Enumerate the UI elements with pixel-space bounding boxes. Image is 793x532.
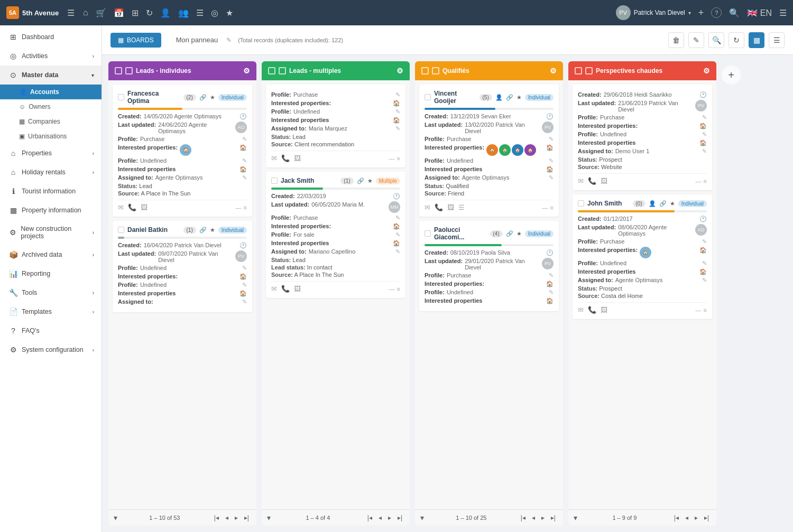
image-icon-john[interactable]: 🖼 [601, 306, 607, 314]
sidebar-item-reporting[interactable]: 📊 Reporting [0, 264, 102, 283]
search-icon[interactable]: 🔍 [729, 8, 740, 18]
refresh-icon[interactable]: ↻ [146, 8, 153, 18]
col-checkbox-ind2[interactable] [125, 67, 133, 74]
col-next-qual[interactable]: ▸ [539, 513, 547, 522]
edit-icon3-daniel[interactable]: ✎ [242, 298, 247, 305]
col-last-ind[interactable]: ▸| [242, 513, 251, 522]
col-prev-ind[interactable]: ◂ [223, 513, 230, 522]
person-icon-vincent[interactable]: 👤 [495, 94, 503, 101]
person-icon-john[interactable]: 👤 [649, 200, 656, 207]
sidebar-item-master-data[interactable]: ⊙ Master data ▾ [0, 66, 102, 85]
star-icon[interactable]: ★ [226, 8, 233, 18]
user-info[interactable]: PV Patrick Van Dievel ▾ [616, 5, 691, 20]
col-checkbox-persp[interactable] [575, 67, 582, 74]
col-prev-persp[interactable]: ◂ [683, 513, 690, 522]
sync-button[interactable]: ↻ [729, 32, 744, 48]
user-icon[interactable]: 👤 [160, 8, 171, 18]
col-footer-expand-qual[interactable]: ▾ [420, 514, 424, 522]
col-checkbox-ind[interactable] [115, 67, 122, 74]
list-icon[interactable]: ☰ [196, 8, 204, 18]
edit-icon-francesca[interactable]: ✎ [242, 136, 247, 143]
phone-icon-francesca[interactable]: 📞 [128, 203, 136, 211]
view-board-button[interactable]: ▦ [749, 32, 764, 48]
star-icon-paolucci[interactable]: ★ [517, 230, 522, 237]
more-dots-vincent[interactable]: —≡ [542, 204, 554, 211]
col-last-qual[interactable]: ▸| [549, 513, 558, 522]
edit-title-icon[interactable]: ✎ [226, 36, 232, 44]
sidebar-item-properties[interactable]: ⌂ Properties › [0, 144, 102, 163]
col-next-persp[interactable]: ▸ [693, 513, 700, 522]
list-icon-vincent[interactable]: ☰ [458, 203, 465, 211]
calendar-icon[interactable]: 📅 [114, 8, 124, 18]
link-icon-jack[interactable]: 🔗 [357, 178, 364, 184]
col-first-qual[interactable]: |◂ [519, 513, 528, 522]
home-icon2-francesca[interactable]: 🏠 [239, 166, 247, 173]
col-footer-expand-mult[interactable]: ▾ [267, 514, 271, 522]
app-logo[interactable]: 5A 5th Avenue [6, 6, 59, 19]
email-icon-vincent[interactable]: ✉ [425, 203, 430, 211]
sidebar-item-archived-data[interactable]: 📦 Archived data › [0, 245, 102, 264]
sidebar-item-new-construction[interactable]: ⚙ New construction projects › [0, 220, 102, 245]
card-checkbox-vincent[interactable] [425, 94, 431, 100]
sidebar-item-tourist-info[interactable]: ℹ Tourist information [0, 182, 102, 201]
star-icon-john[interactable]: ★ [670, 200, 675, 207]
link-icon-vincent[interactable]: 🔗 [506, 94, 513, 101]
search-button[interactable]: 🔍 [708, 32, 724, 48]
edit-icon2-francesca[interactable]: ✎ [242, 157, 247, 164]
card-checkbox-daniel[interactable] [118, 227, 124, 233]
boards-button[interactable]: ▦ BOARDS [110, 33, 161, 48]
user-dropdown-icon[interactable]: ▾ [688, 10, 691, 16]
col-gear-mult[interactable]: ⚙ [396, 67, 403, 75]
col-checkbox-mult2[interactable] [279, 67, 286, 74]
col-gear-ind[interactable]: ⚙ [243, 67, 250, 75]
star-icon-francesca[interactable]: ★ [210, 94, 215, 101]
col-gear-persp[interactable]: ⚙ [703, 67, 710, 75]
sidebar-item-faqs[interactable]: ? FAQ's [0, 321, 102, 340]
plus-icon[interactable]: + [698, 7, 704, 18]
grid-icon[interactable]: ⊞ [132, 8, 139, 18]
more-dots-jack[interactable]: —≡ [389, 286, 400, 292]
more-dots-francesca[interactable]: —≡ [236, 204, 247, 211]
sidebar-item-holiday-rentals[interactable]: ⌂ Holiday rentals › [0, 163, 102, 182]
home-icon-francesca[interactable]: 🏠 [239, 144, 247, 151]
target-icon[interactable]: ◎ [211, 8, 218, 18]
col-first-mult[interactable]: |◂ [365, 513, 374, 522]
phone-icon-john[interactable]: 📞 [588, 306, 596, 314]
add-column-button[interactable]: + [722, 66, 741, 85]
edit-icon2-daniel[interactable]: ✎ [242, 282, 247, 288]
col-first-persp[interactable]: |◂ [672, 513, 681, 522]
col-footer-expand-ind[interactable]: ▾ [114, 514, 117, 522]
more-options-button[interactable]: ☰ [769, 32, 785, 48]
edit-button[interactable]: ✎ [688, 32, 704, 48]
image-icon-heidi[interactable]: 🖼 [601, 177, 607, 185]
language-flag[interactable]: 🇬🇧 EN [747, 8, 772, 18]
phone-icon-vincent[interactable]: 📞 [435, 203, 443, 211]
col-next-ind[interactable]: ▸ [233, 513, 240, 522]
sidebar-item-urbanisations[interactable]: ▣ Urbanisations [0, 129, 102, 144]
home-icon[interactable]: ⌂ [83, 8, 88, 17]
sidebar-item-companies[interactable]: ▦ Companies [0, 114, 102, 129]
card-checkbox-francesca[interactable] [118, 94, 124, 100]
email-icon-top[interactable]: ✉ [271, 154, 277, 162]
hamburger-icon[interactable]: ☰ [67, 8, 75, 18]
more-dots-john[interactable]: —≡ [696, 307, 707, 313]
cart-icon[interactable]: 🛒 [96, 8, 106, 18]
image-icon-top[interactable]: 🖼 [294, 154, 301, 162]
menu-icon[interactable]: ☰ [779, 8, 787, 18]
sidebar-item-property-info[interactable]: ▦ Property information [0, 201, 102, 220]
star-icon-jack[interactable]: ★ [367, 178, 373, 184]
phone-icon-top[interactable]: 📞 [281, 154, 290, 162]
col-gear-qual[interactable]: ⚙ [550, 67, 557, 75]
phone-icon-heidi[interactable]: 📞 [588, 177, 596, 185]
col-checkbox-qual[interactable] [421, 67, 429, 74]
phone-icon-jack[interactable]: 📞 [281, 285, 290, 293]
col-next-mult[interactable]: ▸ [386, 513, 393, 522]
delete-button[interactable]: 🗑 [668, 32, 684, 48]
email-icon-heidi[interactable]: ✉ [578, 177, 584, 185]
link-icon-francesca[interactable]: 🔗 [199, 94, 207, 101]
link-icon-john[interactable]: 🔗 [659, 200, 667, 207]
sidebar-item-accounts[interactable]: 👤 Accounts [0, 85, 102, 99]
sidebar-item-system-config[interactable]: ⚙ System configuration › [0, 340, 102, 359]
edit-icon-daniel[interactable]: ✎ [242, 265, 247, 272]
sidebar-item-dashboard[interactable]: ⊞ Dashboard [0, 27, 102, 46]
